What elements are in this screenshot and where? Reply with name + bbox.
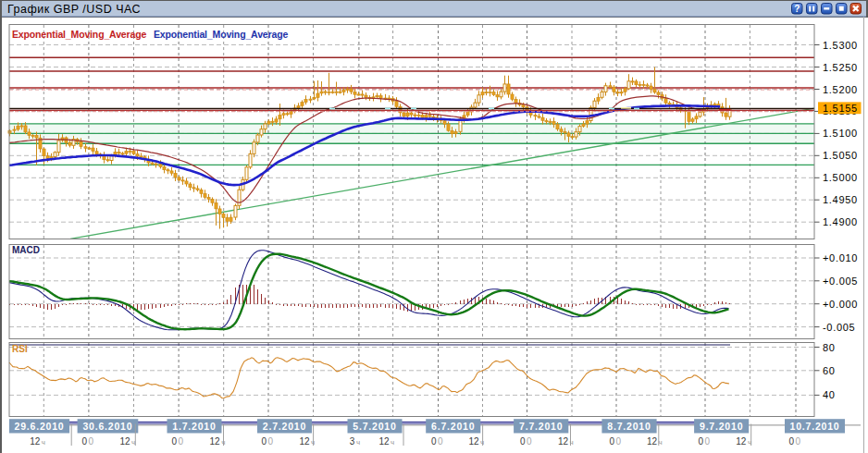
- svg-text:ч: ч: [570, 438, 574, 447]
- svg-text:1.5200: 1.5200: [823, 84, 858, 95]
- svg-text:12: 12: [30, 436, 41, 447]
- svg-text:12: 12: [736, 436, 747, 447]
- svg-text:8.7.2010: 8.7.2010: [607, 421, 651, 432]
- svg-text:+0.010: +0.010: [823, 252, 858, 263]
- svg-text:Exponential_Moving_Average: Exponential_Moving_Average: [12, 29, 146, 40]
- svg-text:40: 40: [823, 389, 836, 400]
- svg-text:ч: ч: [131, 438, 135, 447]
- svg-text:9.7.2010: 9.7.2010: [700, 421, 743, 432]
- svg-text:10.7.2010: 10.7.2010: [790, 421, 840, 432]
- svg-text:1.5050: 1.5050: [823, 150, 858, 161]
- svg-text:-0.005: -0.005: [823, 322, 855, 333]
- svg-text:0: 0: [520, 436, 526, 447]
- svg-text:ч: ч: [311, 438, 315, 447]
- svg-text:0: 0: [699, 436, 704, 447]
- svg-text:1.5155: 1.5155: [823, 103, 858, 114]
- svg-text:0: 0: [527, 436, 532, 447]
- svg-text:12: 12: [119, 436, 130, 447]
- svg-text:1.5000: 1.5000: [823, 172, 858, 183]
- svg-text:0: 0: [81, 436, 87, 447]
- svg-text:80: 80: [823, 342, 836, 353]
- svg-text:0: 0: [610, 436, 615, 447]
- svg-text:2.7.2010: 2.7.2010: [263, 421, 306, 432]
- svg-text:0: 0: [88, 436, 93, 447]
- svg-text:ч: ч: [480, 438, 484, 447]
- svg-text:?: ?: [794, 4, 800, 14]
- svg-text:Exponential_Moving_Average: Exponential_Moving_Average: [154, 29, 288, 40]
- svg-text:12: 12: [378, 436, 390, 447]
- svg-text:ч: ч: [356, 438, 360, 447]
- svg-text:29.6.2010: 29.6.2010: [15, 421, 65, 432]
- svg-text:5.7.2010: 5.7.2010: [353, 421, 396, 432]
- svg-text:12: 12: [299, 436, 310, 447]
- svg-text:0: 0: [262, 436, 267, 447]
- svg-text:ч: ч: [659, 438, 663, 447]
- svg-text:0: 0: [705, 436, 711, 447]
- svg-text:0: 0: [789, 436, 795, 447]
- svg-text:0: 0: [438, 436, 443, 447]
- svg-text:ч: ч: [42, 438, 45, 447]
- svg-text:MACD: MACD: [12, 245, 40, 255]
- svg-text:60: 60: [823, 365, 836, 376]
- svg-text:30.6.2010: 30.6.2010: [82, 421, 132, 432]
- svg-text:0: 0: [172, 436, 178, 447]
- svg-text:+0.005: +0.005: [823, 275, 858, 287]
- svg-text:12: 12: [468, 436, 479, 447]
- svg-text:ч: ч: [391, 438, 394, 447]
- svg-text:0: 0: [796, 436, 801, 447]
- svg-text:1.4900: 1.4900: [823, 216, 858, 227]
- svg-text:3: 3: [350, 436, 355, 447]
- svg-text:0: 0: [268, 436, 274, 447]
- svg-text:1.7.2010: 1.7.2010: [172, 421, 216, 432]
- svg-text:12: 12: [558, 436, 569, 447]
- svg-text:1.5300: 1.5300: [823, 40, 858, 51]
- svg-text:+0.000: +0.000: [823, 299, 858, 310]
- svg-text:12: 12: [210, 436, 221, 447]
- svg-text:График GBP /USD ЧАС: График GBP /USD ЧАС: [7, 3, 141, 16]
- svg-text:7.7.2010: 7.7.2010: [519, 421, 563, 432]
- svg-text:0: 0: [616, 436, 622, 447]
- svg-text:0: 0: [179, 436, 184, 447]
- svg-text:1.5250: 1.5250: [823, 62, 858, 73]
- svg-text:0: 0: [431, 436, 437, 447]
- svg-text:ч: ч: [221, 438, 225, 447]
- svg-text:ч: ч: [748, 438, 751, 447]
- svg-text:RSI: RSI: [12, 344, 28, 354]
- svg-text:1.4950: 1.4950: [823, 194, 858, 205]
- svg-text:12: 12: [647, 436, 658, 447]
- svg-text:6.7.2010: 6.7.2010: [431, 421, 475, 432]
- svg-text:1.5100: 1.5100: [823, 128, 858, 139]
